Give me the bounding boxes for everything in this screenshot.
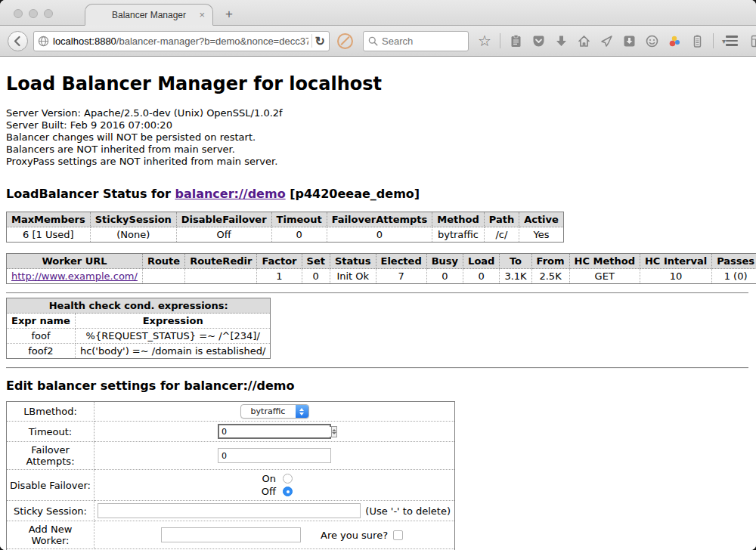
feedback-smiley-icon[interactable] bbox=[645, 34, 659, 48]
cell-expression: %{REQUEST_STATUS} =~ /^[234]/ bbox=[75, 329, 271, 344]
cell-active: Yes bbox=[519, 227, 564, 243]
back-arrow-icon bbox=[11, 34, 25, 48]
worker-url-link[interactable]: http://www.example.com/ bbox=[11, 270, 138, 282]
col-stickysession: StickySession bbox=[90, 212, 176, 227]
tab-close-icon[interactable]: × bbox=[199, 9, 205, 20]
col-timeout: Timeout bbox=[271, 212, 327, 227]
disable-failover-label: Disable Failover: bbox=[7, 470, 94, 501]
tab-bar: Balancer Manager × + bbox=[0, 0, 756, 26]
bookmark-star-icon[interactable]: ☆ bbox=[478, 34, 491, 48]
col-path: Path bbox=[484, 212, 519, 227]
radio-off-label: Off bbox=[256, 486, 276, 497]
table-row: http://www.example.com/ 1 0 Init Ok 7 0 … bbox=[7, 269, 756, 284]
navigation-toolbar: localhost:8880/balancer-manager?b=demo&n… bbox=[0, 26, 756, 57]
browser-window: Balancer Manager × + localhost:8880/bala… bbox=[0, 0, 756, 550]
cell-status: Init Ok bbox=[330, 269, 376, 284]
url-text[interactable]: localhost:8880/balancer-manager?b=demo&n… bbox=[53, 36, 308, 47]
url-separator bbox=[311, 34, 312, 48]
sticky-session-input[interactable] bbox=[98, 503, 361, 518]
cell-factor: 1 bbox=[257, 269, 302, 284]
cell-method: bytraffic bbox=[432, 227, 484, 243]
tab-balancer-manager[interactable]: Balancer Manager × bbox=[85, 4, 213, 26]
table-row: 6 [1 Used] (None) Off 0 0 bytraffic /c/ … bbox=[7, 227, 564, 243]
toolbar-icons: ☆ ▾ bbox=[478, 33, 726, 48]
persist-notice-line: Balancer changes will NOT be persisted o… bbox=[6, 131, 748, 144]
cell-busy: 0 bbox=[426, 269, 463, 284]
send-plane-icon[interactable] bbox=[600, 34, 614, 48]
battery-extension-icon[interactable] bbox=[690, 34, 705, 48]
table-row: foof2 hc('body') =~ /domain is establish… bbox=[7, 344, 271, 359]
col-method: Method bbox=[432, 212, 484, 227]
site-identity-globe-icon[interactable] bbox=[38, 36, 49, 47]
download-arrow-icon[interactable] bbox=[554, 34, 569, 48]
menu-hamburger-icon[interactable] bbox=[726, 36, 738, 46]
disable-failover-on-radio[interactable] bbox=[283, 474, 293, 484]
status-heading-prefix: LoadBalancer Status for bbox=[6, 187, 175, 201]
cell-elected: 7 bbox=[376, 269, 426, 284]
table-header-row: Expr name Expression bbox=[7, 314, 271, 329]
search-icon bbox=[368, 36, 378, 46]
back-button[interactable] bbox=[8, 31, 28, 51]
toolbar-separator bbox=[713, 33, 714, 48]
lbmethod-row: LBmethod: bytraffic bbox=[7, 402, 455, 422]
col-factor: Factor bbox=[257, 254, 302, 269]
cell-expr-name: foof bbox=[7, 329, 76, 344]
new-tab-button[interactable]: + bbox=[225, 7, 233, 22]
cell-worker-url: http://www.example.com/ bbox=[7, 269, 143, 284]
cell-path: /c/ bbox=[484, 227, 519, 243]
lbmethod-select[interactable]: bytraffic bbox=[240, 404, 309, 419]
cell-maxmembers: 6 [1 Used] bbox=[7, 227, 91, 243]
are-you-sure-label: Are you sure? bbox=[321, 530, 388, 541]
url-path: /balancer-manager?b=demo&nonce=decc37be-… bbox=[116, 36, 308, 47]
lbmethod-label: LBmethod: bbox=[7, 402, 94, 422]
clipboard-icon[interactable] bbox=[509, 34, 523, 48]
table-row: foof %{REQUEST_STATUS} =~ /^[234]/ bbox=[7, 329, 271, 344]
cell-load: 0 bbox=[463, 269, 500, 284]
table-caption-row: Health check cond. expressions: bbox=[7, 298, 271, 314]
timeout-input[interactable] bbox=[219, 427, 331, 437]
inherit-notice-line: Balancers are NOT inherited from main se… bbox=[6, 144, 748, 156]
add-worker-input[interactable] bbox=[161, 527, 301, 542]
minimize-window-button[interactable] bbox=[29, 9, 38, 18]
timeout-field[interactable] bbox=[218, 424, 331, 439]
download-panel-icon[interactable] bbox=[622, 34, 637, 48]
cell-expr-name: foof2 bbox=[7, 344, 76, 359]
col-route: Route bbox=[142, 254, 184, 269]
col-status: Status bbox=[330, 254, 376, 269]
add-worker-row: Add New Worker: Are you sure? bbox=[7, 521, 455, 549]
sticky-session-hint: (Use '-' to delete) bbox=[365, 505, 451, 517]
tile-tabs-extension-icon[interactable] bbox=[750, 34, 756, 48]
content-blocker-icon[interactable] bbox=[337, 33, 353, 49]
cell-set: 0 bbox=[302, 269, 330, 284]
are-you-sure-checkbox[interactable] bbox=[393, 530, 403, 540]
disable-failover-off-radio[interactable] bbox=[283, 487, 293, 496]
cell-timeout: 0 bbox=[271, 227, 327, 243]
pocket-icon[interactable] bbox=[531, 34, 546, 48]
col-hc-method: HC Method bbox=[569, 254, 640, 269]
select-stepper-icon bbox=[296, 405, 308, 418]
disable-failover-row: Disable Failover: On Off bbox=[7, 470, 455, 501]
toolbar-separator bbox=[500, 33, 500, 48]
home-icon[interactable] bbox=[577, 34, 591, 48]
close-window-button[interactable] bbox=[14, 9, 23, 18]
toolbar-right-group bbox=[726, 34, 756, 48]
cell-expression: hc('body') =~ /domain is established/ bbox=[75, 344, 271, 359]
balancer-demo-link[interactable]: balancer://demo bbox=[175, 187, 285, 201]
search-input[interactable] bbox=[382, 36, 454, 47]
col-load: Load bbox=[463, 254, 500, 269]
failover-attempts-label: Failover Attempts: bbox=[7, 442, 94, 470]
edit-balancer-heading: Edit balancer settings for balancer://de… bbox=[6, 379, 748, 393]
col-passes: Passes bbox=[712, 254, 756, 269]
section-divider bbox=[6, 367, 748, 369]
health-check-caption: Health check cond. expressions: bbox=[7, 298, 271, 314]
failover-attempts-input[interactable] bbox=[218, 448, 331, 463]
cell-failoverattempts: 0 bbox=[327, 227, 432, 243]
zoom-window-button[interactable] bbox=[44, 9, 53, 18]
url-host: localhost:8880 bbox=[53, 36, 116, 47]
reload-icon[interactable]: ↻ bbox=[315, 34, 325, 48]
search-bar[interactable] bbox=[363, 31, 469, 51]
col-elected: Elected bbox=[376, 254, 426, 269]
color-dots-extension-icon[interactable] bbox=[668, 34, 682, 48]
url-bar[interactable]: localhost:8880/balancer-manager?b=demo&n… bbox=[33, 31, 330, 51]
number-stepper-icon[interactable] bbox=[331, 426, 337, 437]
